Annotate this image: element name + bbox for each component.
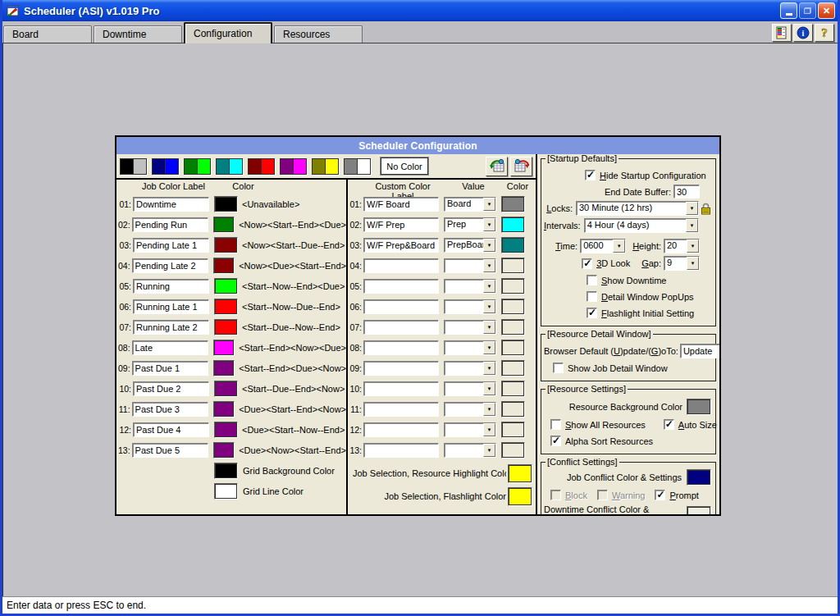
info-button[interactable]: i bbox=[793, 24, 813, 42]
close-button[interactable]: ✕ bbox=[818, 2, 835, 19]
end-date-buffer-input[interactable] bbox=[673, 185, 700, 198]
job-color-swatch[interactable] bbox=[213, 442, 235, 459]
palette-color-pair[interactable] bbox=[312, 158, 339, 175]
minimize-button[interactable] bbox=[780, 2, 797, 19]
chevron-down-icon[interactable]: ▼ bbox=[483, 239, 495, 252]
flashlight-color-swatch[interactable] bbox=[508, 487, 532, 506]
palette-color-swatch[interactable] bbox=[293, 158, 307, 175]
custom-color-swatch[interactable] bbox=[501, 237, 525, 253]
titlebar[interactable]: Scheduler (ASI) v1.019 Pro ✕ bbox=[2, 0, 838, 21]
job-color-label-input[interactable] bbox=[133, 299, 209, 314]
custom-value-select[interactable]: ▼ bbox=[444, 381, 496, 396]
tab-configuration[interactable]: Configuration bbox=[184, 22, 272, 43]
custom-color-label-input[interactable] bbox=[363, 361, 439, 376]
custom-color-swatch[interactable] bbox=[501, 360, 525, 376]
job-color-swatch[interactable] bbox=[213, 401, 235, 418]
custom-value-select[interactable]: ▼ bbox=[444, 443, 496, 458]
job-color-swatch[interactable] bbox=[213, 360, 235, 376]
auto-size-checkbox[interactable] bbox=[664, 419, 674, 430]
dialog-titlebar[interactable]: Scheduler Configuration bbox=[116, 137, 719, 154]
flashlight-initial-setting-checkbox[interactable] bbox=[587, 308, 597, 318]
job-color-label-input[interactable] bbox=[132, 217, 208, 232]
custom-color-label-input[interactable] bbox=[363, 340, 439, 355]
custom-value-select[interactable]: ▼ bbox=[444, 402, 496, 417]
tab-board[interactable]: Board bbox=[3, 25, 92, 43]
show-downtime-checkbox[interactable] bbox=[587, 275, 597, 285]
intervals-select[interactable]: 4 Hour (4 days)▼ bbox=[584, 218, 699, 233]
job-color-swatch[interactable] bbox=[214, 381, 238, 397]
custom-value-select[interactable]: Board▼ bbox=[444, 197, 496, 212]
custom-color-label-input[interactable] bbox=[363, 443, 439, 458]
custom-value-select[interactable]: ▼ bbox=[444, 422, 496, 437]
color-legend-button[interactable] bbox=[772, 24, 792, 42]
downtime-conflict-color-swatch[interactable] bbox=[687, 506, 711, 514]
chevron-down-icon[interactable]: ▼ bbox=[687, 240, 699, 253]
palette-color-pair[interactable] bbox=[248, 158, 275, 175]
chevron-down-icon[interactable]: ▼ bbox=[483, 444, 495, 457]
maximize-button[interactable] bbox=[799, 2, 816, 19]
job-prompt-checkbox[interactable] bbox=[655, 490, 665, 500]
custom-color-swatch[interactable] bbox=[501, 442, 525, 459]
custom-color-label-input[interactable] bbox=[363, 279, 439, 294]
custom-color-swatch[interactable] bbox=[501, 401, 525, 418]
job-color-swatch[interactable] bbox=[214, 422, 238, 438]
custom-color-swatch[interactable] bbox=[501, 278, 525, 294]
custom-value-select[interactable]: ▼ bbox=[444, 320, 496, 335]
custom-color-label-input[interactable] bbox=[363, 197, 439, 212]
alpha-sort-resources-checkbox[interactable] bbox=[550, 436, 561, 446]
palette-color-swatch[interactable] bbox=[229, 158, 243, 175]
detail-window-popups-checkbox[interactable] bbox=[587, 291, 597, 302]
palette-color-swatch[interactable] bbox=[248, 158, 262, 175]
custom-color-swatch[interactable] bbox=[501, 217, 525, 233]
job-color-label-input[interactable] bbox=[132, 402, 208, 417]
custom-color-label-input[interactable] bbox=[363, 320, 439, 335]
job-color-label-input[interactable] bbox=[133, 422, 209, 437]
custom-color-swatch[interactable] bbox=[501, 319, 525, 335]
palette-color-pair[interactable] bbox=[344, 158, 371, 175]
job-color-label-input[interactable] bbox=[133, 238, 209, 253]
job-color-label-input[interactable] bbox=[133, 197, 209, 212]
gap-select[interactable]: 9▼ bbox=[664, 256, 700, 271]
job-conflict-color-swatch[interactable] bbox=[687, 469, 711, 486]
job-color-swatch[interactable] bbox=[214, 237, 238, 253]
custom-color-label-input[interactable] bbox=[363, 422, 439, 437]
palette-color-pair[interactable] bbox=[216, 158, 243, 175]
palette-color-swatch[interactable] bbox=[344, 158, 358, 175]
chevron-down-icon[interactable]: ▼ bbox=[483, 321, 495, 334]
custom-color-label-input[interactable] bbox=[363, 299, 439, 314]
custom-color-swatch[interactable] bbox=[501, 258, 525, 274]
palette-color-pair[interactable] bbox=[184, 158, 211, 175]
custom-value-select[interactable]: ▼ bbox=[444, 361, 496, 376]
job-color-label-input[interactable] bbox=[133, 320, 209, 335]
job-color-label-input[interactable] bbox=[133, 279, 209, 294]
time-select[interactable]: 0600▼ bbox=[580, 239, 626, 253]
job-color-label-input[interactable] bbox=[132, 340, 208, 355]
chevron-down-icon[interactable]: ▼ bbox=[686, 202, 698, 215]
resource-highlight-swatch[interactable] bbox=[508, 464, 532, 483]
job-color-swatch[interactable] bbox=[213, 258, 235, 274]
locks-select[interactable]: 30 Minute (12 hrs)▼ bbox=[576, 201, 699, 216]
job-color-swatch[interactable] bbox=[214, 278, 238, 294]
custom-color-label-input[interactable] bbox=[363, 217, 439, 232]
job-color-swatch[interactable] bbox=[213, 217, 235, 233]
job-color-swatch[interactable] bbox=[213, 340, 235, 356]
palette-color-swatch[interactable] bbox=[280, 158, 294, 175]
custom-value-select[interactable]: ▼ bbox=[444, 299, 496, 314]
chevron-down-icon[interactable]: ▼ bbox=[483, 403, 495, 416]
custom-color-swatch[interactable] bbox=[501, 299, 525, 315]
palette-color-swatch[interactable] bbox=[357, 158, 371, 175]
custom-value-select[interactable]: ▼ bbox=[444, 279, 496, 294]
chevron-down-icon[interactable]: ▼ bbox=[483, 280, 495, 293]
palette-color-swatch[interactable] bbox=[197, 158, 211, 175]
chevron-down-icon[interactable]: ▼ bbox=[483, 423, 495, 436]
grid-export-button[interactable] bbox=[486, 157, 508, 176]
show-job-detail-window-checkbox[interactable] bbox=[553, 363, 564, 373]
chevron-down-icon[interactable]: ▼ bbox=[483, 362, 495, 375]
show-all-resources-checkbox[interactable] bbox=[550, 419, 561, 430]
job-color-label-input[interactable] bbox=[132, 361, 208, 376]
grid-refresh-button[interactable] bbox=[510, 157, 532, 176]
job-color-swatch[interactable] bbox=[214, 196, 238, 212]
tab-downtime[interactable]: Downtime bbox=[94, 25, 182, 43]
help-button[interactable]: ? bbox=[815, 24, 834, 42]
job-color-swatch[interactable] bbox=[214, 319, 238, 335]
